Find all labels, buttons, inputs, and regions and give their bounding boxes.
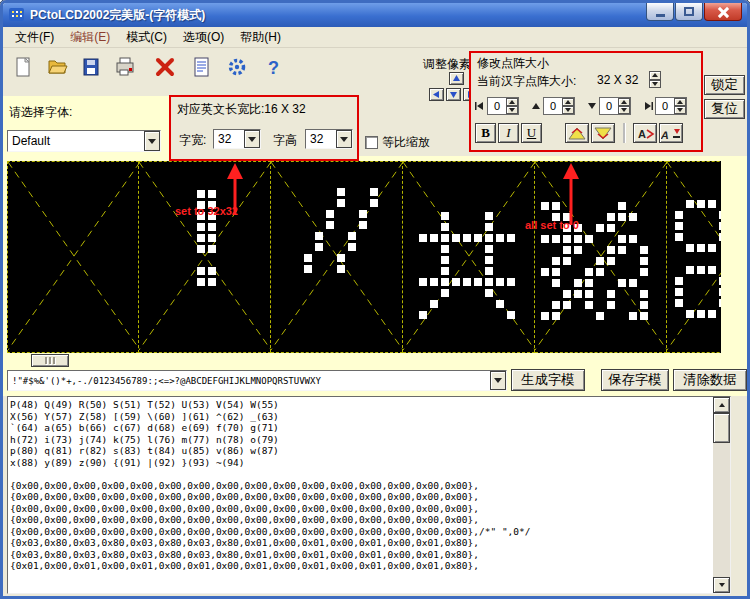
pixel-block[interactable] [208, 223, 216, 231]
pixel-block[interactable] [208, 278, 216, 286]
scroll-up-button[interactable] [713, 397, 730, 413]
pixel-block[interactable] [485, 289, 493, 297]
pixel-block[interactable] [618, 246, 626, 254]
pixel-block[interactable] [441, 223, 449, 231]
pixel-block[interactable] [708, 266, 716, 274]
pixel-block[interactable] [675, 277, 683, 285]
pixel-block[interactable] [441, 267, 449, 275]
pixel-block[interactable] [629, 279, 637, 287]
pixel-block[interactable] [474, 234, 482, 242]
menu-item-edit[interactable]: 编辑(E) [62, 27, 118, 48]
pixel-block[interactable] [441, 289, 449, 297]
pixel-block[interactable] [359, 210, 367, 218]
pixel-block[interactable] [640, 257, 648, 265]
pixel-block[interactable] [708, 200, 716, 208]
pixel-block[interactable] [197, 267, 205, 275]
pixel-block[interactable] [197, 223, 205, 231]
pixel-block[interactable] [463, 234, 471, 242]
pixel-block[interactable] [675, 233, 683, 241]
shift-left-button[interactable] [429, 88, 444, 101]
pixel-block[interactable] [596, 312, 604, 320]
pixel-block[interactable] [208, 190, 216, 198]
pixel-block[interactable] [463, 278, 471, 286]
pixel-block[interactable] [629, 213, 637, 221]
matrix-cell[interactable] [271, 161, 403, 353]
pixel-block[interactable] [585, 290, 593, 298]
new-file-button[interactable] [7, 52, 39, 82]
pixel-block[interactable] [607, 257, 615, 265]
pixel-block[interactable] [485, 256, 493, 264]
char-height-combobox[interactable]: 32 [305, 129, 353, 149]
delete-button[interactable] [149, 52, 181, 82]
pixel-block[interactable] [197, 234, 205, 242]
pixel-block[interactable] [719, 277, 721, 285]
open-file-button[interactable] [41, 52, 73, 82]
pixel-block[interactable] [596, 268, 604, 276]
pixel-block[interactable] [359, 221, 367, 229]
chevron-down-icon[interactable] [336, 130, 352, 148]
options-button[interactable] [221, 52, 253, 82]
pixel-block[interactable] [419, 234, 427, 242]
chevron-down-icon[interactable] [144, 131, 160, 151]
pixel-block[interactable] [607, 246, 615, 254]
scroll-thumb[interactable] [713, 413, 730, 443]
pixel-block[interactable] [419, 278, 427, 286]
pixel-block[interactable] [304, 254, 312, 262]
pixel-block[interactable] [348, 232, 356, 240]
pixel-block[interactable] [441, 234, 449, 242]
pixel-block[interactable] [326, 210, 334, 218]
reset-button[interactable]: 复位 [704, 99, 745, 119]
pixel-block[interactable] [552, 301, 560, 309]
pixel-block[interactable] [337, 265, 345, 273]
maximize-button[interactable] [675, 3, 703, 21]
pixel-block[interactable] [541, 235, 549, 243]
pixel-block[interactable] [507, 234, 515, 242]
chevron-down-icon[interactable] [490, 371, 506, 390]
pixel-block[interactable] [640, 290, 648, 298]
pixel-block[interactable] [686, 200, 694, 208]
pixel-block[interactable] [337, 199, 345, 207]
pixel-block[interactable] [337, 188, 345, 196]
pixel-block[interactable] [507, 278, 515, 286]
pixel-block[interactable] [596, 257, 604, 265]
pixel-block[interactable] [697, 266, 705, 274]
pixel-block[interactable] [596, 224, 604, 232]
pixel-block[interactable] [585, 235, 593, 243]
pixel-block[interactable] [697, 244, 705, 252]
output-text[interactable]: P(48) Q(49) R(50) S(51) T(52) U(53) V(54… [10, 399, 712, 591]
matrix-cell[interactable] [535, 161, 667, 353]
pixel-block[interactable] [607, 224, 615, 232]
checkbox-box-icon[interactable] [365, 136, 378, 149]
pixel-block[interactable] [430, 278, 438, 286]
italic-button[interactable]: I [498, 123, 519, 143]
pixel-block[interactable] [474, 278, 482, 286]
pixel-block[interactable] [585, 268, 593, 276]
pixel-block[interactable] [607, 213, 615, 221]
scroll-down-button[interactable] [713, 577, 730, 593]
menu-item-mode[interactable]: 模式(C) [118, 27, 175, 48]
rotate-left-button[interactable] [565, 123, 589, 143]
pixel-block[interactable] [629, 235, 637, 243]
pixel-block[interactable] [719, 222, 721, 230]
pixel-block[interactable] [496, 300, 504, 308]
pixel-block[interactable] [370, 199, 378, 207]
offset-top-spinner[interactable]: 0 [543, 97, 575, 115]
print-button[interactable] [109, 52, 141, 82]
menu-item-options[interactable]: 选项(O) [175, 27, 232, 48]
pixel-block[interactable] [441, 212, 449, 220]
pixel-block[interactable] [574, 246, 582, 254]
pixel-block[interactable] [208, 234, 216, 242]
pixel-block[interactable] [208, 245, 216, 253]
pixel-block[interactable] [607, 290, 615, 298]
pixel-block[interactable] [629, 312, 637, 320]
pixel-block[interactable] [197, 190, 205, 198]
pixel-block[interactable] [640, 301, 648, 309]
lock-button[interactable]: 锁定 [704, 75, 745, 95]
pixel-block[interactable] [574, 279, 582, 287]
offset-right-spinner[interactable]: 0 [655, 97, 687, 115]
canvas-hscroll-grip[interactable] [31, 354, 69, 367]
matrix-cell[interactable] [139, 161, 271, 353]
dot-matrix-canvas[interactable]: set to 32x32 all set to 0 [7, 161, 721, 353]
pixel-block[interactable] [197, 245, 205, 253]
pixel-block[interactable] [485, 223, 493, 231]
